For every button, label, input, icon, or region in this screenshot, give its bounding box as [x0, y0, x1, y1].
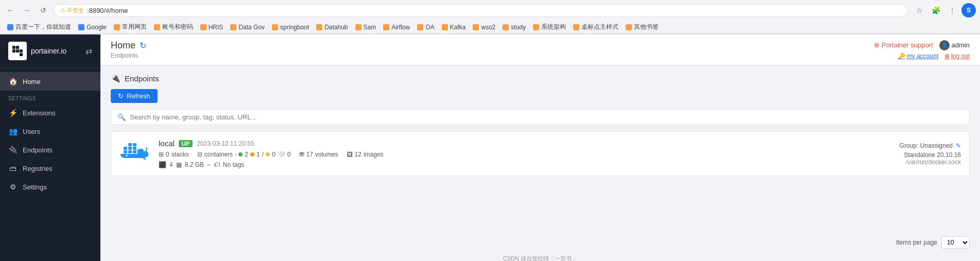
address-bar[interactable]: ⚠ 不安全 :8890/#/home [54, 4, 908, 17]
bookmark-label: 账号和密码 [162, 23, 193, 31]
endpoint-name[interactable]: local [159, 139, 175, 148]
header-support-row: ⊗ Portainer support 👤 admin [874, 40, 970, 50]
bookmark-favicon [230, 24, 236, 30]
settings-icon: ⚙ [8, 183, 18, 191]
bookmark-label: OA [425, 24, 434, 31]
bookmark-item[interactable]: 常用网页 [111, 22, 150, 32]
sidebar-logo: portainer.io ⇄ [0, 34, 100, 68]
sidebar-item-extensions[interactable]: ⚡ Extensions [0, 103, 100, 122]
docker-logo [119, 140, 150, 167]
back-button[interactable]: ← [4, 4, 16, 16]
bookmark-label: study [511, 24, 526, 31]
forward-button[interactable]: → [21, 4, 33, 16]
svg-rect-9 [133, 150, 136, 153]
stacks-icon: ⊞ [159, 151, 164, 158]
bookmark-label: springboot [280, 24, 309, 31]
bookmark-item[interactable]: OA [414, 23, 437, 32]
containers-healthy: 0 [272, 151, 276, 158]
svg-rect-5 [20, 49, 23, 53]
bookmark-item[interactable]: 账号和密码 [151, 22, 196, 32]
endpoint-meta: ⬛ 4 ▦ 8.2 GB – 🏷 No tags [159, 161, 850, 168]
bookmark-item[interactable]: springboot [269, 23, 312, 32]
edit-group-icon[interactable]: ✎ [956, 142, 961, 149]
portainer-support-link[interactable]: ⊗ Portainer support [874, 41, 933, 49]
svg-point-15 [126, 155, 128, 156]
bookmark-favicon [114, 24, 120, 30]
stacks-label: stacks [171, 151, 189, 158]
star-button[interactable]: ☆ [912, 3, 926, 18]
heart-icon: 🤍 [278, 151, 285, 158]
volumes-stat: ⛃ 17 volumes [299, 151, 338, 158]
sidebar-nav: 🏠 Home SETTINGS ⚡ Extensions 👥 Users 🔌 E… [0, 68, 100, 261]
bookmark-favicon [503, 24, 509, 30]
endpoint-path: /var/run/docker.sock [858, 159, 961, 166]
bookmark-item[interactable]: wso2 [470, 23, 498, 32]
endpoint-card[interactable]: local up 2023-03-10 11:20:55 ⊞ 0 stacks … [111, 131, 970, 176]
svg-rect-6 [20, 53, 23, 56]
bookmark-favicon [473, 24, 479, 30]
containers-running: 2 [245, 151, 248, 158]
extensions-button[interactable]: 🧩 [929, 3, 943, 18]
volumes-icon: ⛃ [299, 151, 304, 158]
bookmark-item[interactable]: Google [75, 23, 110, 32]
bookmark-item[interactable]: study [500, 23, 529, 32]
my-account-link[interactable]: 🔑 my account [898, 53, 938, 60]
browser-chrome: ← → ↺ ⚠ 不安全 :8890/#/home ☆ 🧩 ⋮ S 百度一下，你就… [0, 0, 980, 34]
refresh-btn-label: Refresh [127, 92, 150, 100]
url-text: :8890/#/home [87, 7, 128, 14]
section-icon: 🔌 [111, 74, 121, 83]
sidebar-item-endpoints[interactable]: 🔌 Endpoints [0, 141, 100, 159]
sidebar-item-endpoints-label: Endpoints [23, 146, 53, 154]
memory-icon: ▦ [176, 161, 182, 168]
items-per-page-select[interactable]: 10 25 50 100 [941, 236, 970, 249]
bookmark-item[interactable]: 百度一下，你就知道 [4, 22, 74, 32]
group-label: Group: Unassigned [900, 142, 953, 149]
csdn-text: CSDN @百世经纬「一页书」 [503, 255, 577, 261]
bookmark-item[interactable]: Airflow [380, 23, 413, 32]
containers-label: containers - [204, 151, 237, 158]
bookmark-item[interactable]: Data Gov [227, 23, 268, 32]
support-icon: ⊗ [874, 41, 880, 49]
search-input[interactable] [130, 113, 963, 121]
content-area: 🔌 Endpoints ↻ Refresh 🔍 [100, 65, 980, 232]
log-out-link[interactable]: ⊗ log out [944, 53, 970, 60]
bookmark-item[interactable]: 系统架构 [530, 22, 569, 32]
svg-rect-2 [16, 46, 19, 49]
bookmark-favicon [154, 24, 160, 30]
search-bar[interactable]: 🔍 [111, 109, 970, 125]
svg-rect-10 [124, 147, 127, 150]
security-warning: ⚠ 不安全 [60, 7, 84, 14]
images-label: images [364, 151, 384, 158]
sidebar-toggle[interactable]: ⇄ [85, 46, 92, 56]
bookmark-item[interactable]: 桌标点主样式 [570, 22, 622, 32]
bookmark-item[interactable]: Kafka [439, 23, 469, 32]
header-refresh-icon[interactable]: ↻ [140, 41, 146, 50]
main-content: Home ↻ Endpoints ⊗ Portainer support 👤 a… [100, 34, 980, 261]
admin-label: admin [952, 41, 970, 49]
sidebar-item-registries[interactable]: 🗃 Registries [0, 159, 100, 178]
bookmark-favicon [573, 24, 579, 30]
containers-stopped: 1 [256, 151, 260, 158]
bookmark-item[interactable]: HRIS [197, 23, 227, 32]
dash: – [207, 161, 211, 168]
svg-rect-14 [133, 143, 136, 146]
sidebar-item-settings[interactable]: ⚙ Settings [0, 178, 100, 196]
sidebar-item-users[interactable]: 👥 Users [0, 122, 100, 141]
menu-button[interactable]: ⋮ [945, 3, 959, 18]
sidebar-item-settings-label: Settings [23, 183, 47, 191]
bookmark-favicon [383, 24, 389, 30]
bookmark-label: wso2 [481, 24, 495, 31]
bookmark-favicon [272, 24, 278, 30]
sidebar-item-home[interactable]: 🏠 Home [0, 72, 100, 91]
endpoint-status-badge: up [179, 140, 193, 147]
logout-icon: ⊗ [944, 53, 950, 60]
bookmark-item[interactable]: 其他书签 [623, 22, 662, 32]
bookmark-favicon [78, 24, 84, 30]
reload-button[interactable]: ↺ [37, 4, 49, 16]
bookmark-item[interactable]: Datahub [313, 23, 351, 32]
refresh-button[interactable]: ↻ Refresh [111, 89, 158, 103]
volumes-count: 17 [306, 151, 313, 158]
bookmark-item[interactable]: Sam [352, 23, 380, 32]
page-title: Home [111, 40, 135, 51]
profile-button[interactable]: S [961, 3, 976, 18]
